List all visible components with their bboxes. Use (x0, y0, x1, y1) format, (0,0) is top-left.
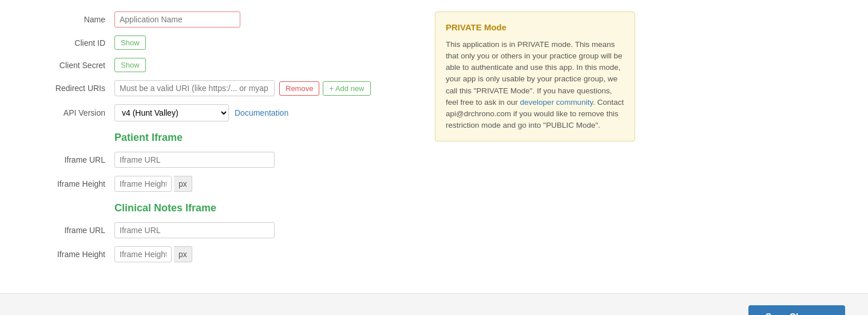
client-id-show-button[interactable]: Show (114, 36, 146, 50)
patient-iframe-height-wrapper: px (114, 176, 192, 192)
redirect-uris-label: Redirect URIs (23, 84, 114, 93)
client-secret-show-button[interactable]: Show (114, 58, 146, 72)
remove-button[interactable]: Remove (279, 81, 319, 96)
clinical-iframe-height-label: Iframe Height (23, 250, 114, 259)
api-version-row: API Version v4 (Hunt Valley) v3 v2 Docum… (23, 104, 412, 121)
clinical-notes-iframe-title: Clinical Notes Iframe (114, 202, 412, 214)
clinical-iframe-height-row: Iframe Height px (23, 246, 412, 262)
client-secret-row: Client Secret Show (23, 58, 412, 72)
api-version-select[interactable]: v4 (Hunt Valley) v3 v2 (114, 104, 229, 121)
patient-iframe-height-input[interactable] (114, 176, 172, 192)
private-mode-box: PRIVATE Mode This application is in PRIV… (435, 11, 635, 141)
redirect-uri-input[interactable] (114, 80, 275, 96)
name-row: Name (23, 11, 412, 27)
patient-iframe-url-label: Iframe URL (23, 155, 114, 164)
save-changes-button[interactable]: Save Changes (748, 305, 845, 315)
form-section: Name Client ID Show Client Secret Show R… (23, 11, 412, 270)
private-mode-title: PRIVATE Mode (446, 21, 624, 34)
redirect-uris-row: Redirect URIs Remove + Add new (23, 80, 412, 96)
api-version-label: API Version (23, 108, 114, 117)
documentation-link[interactable]: Documentation (235, 108, 288, 117)
clinical-iframe-height-wrapper: px (114, 246, 192, 262)
clinical-iframe-url-input[interactable] (114, 222, 275, 238)
patient-iframe-height-row: Iframe Height px (23, 176, 412, 192)
footer-bar: Save Changes (0, 293, 868, 315)
add-new-button[interactable]: + Add new (323, 81, 370, 96)
clinical-iframe-height-input[interactable] (114, 246, 172, 262)
patient-iframe-url-row: Iframe URL (23, 152, 412, 168)
side-panel: PRIVATE Mode This application is in PRIV… (435, 11, 635, 270)
developer-community-link[interactable]: developer community (520, 98, 593, 107)
patient-iframe-height-label: Iframe Height (23, 179, 114, 188)
patient-iframe-px-label: px (174, 176, 192, 192)
clinical-iframe-url-row: Iframe URL (23, 222, 412, 238)
private-mode-text1: This application is in PRIVATE mode. Thi… (446, 40, 622, 107)
patient-iframe-url-input[interactable] (114, 152, 275, 168)
clinical-iframe-url-label: Iframe URL (23, 226, 114, 235)
client-id-label: Client ID (23, 38, 114, 48)
client-secret-label: Client Secret (23, 61, 114, 70)
patient-iframe-title: Patient Iframe (114, 132, 412, 144)
client-id-row: Client ID Show (23, 36, 412, 50)
clinical-iframe-px-label: px (174, 246, 192, 262)
name-label: Name (23, 15, 114, 24)
name-input[interactable] (114, 11, 240, 27)
